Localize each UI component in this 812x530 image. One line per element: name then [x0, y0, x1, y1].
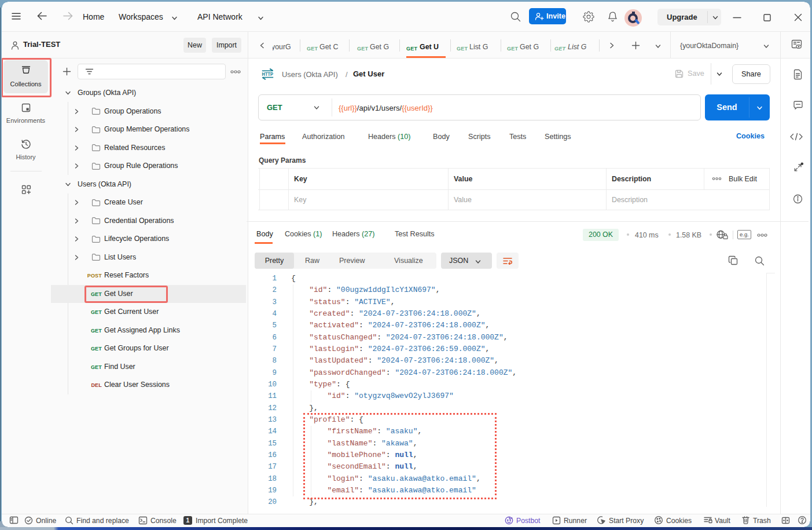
svg-text:HTTP: HTTP [262, 71, 274, 77]
